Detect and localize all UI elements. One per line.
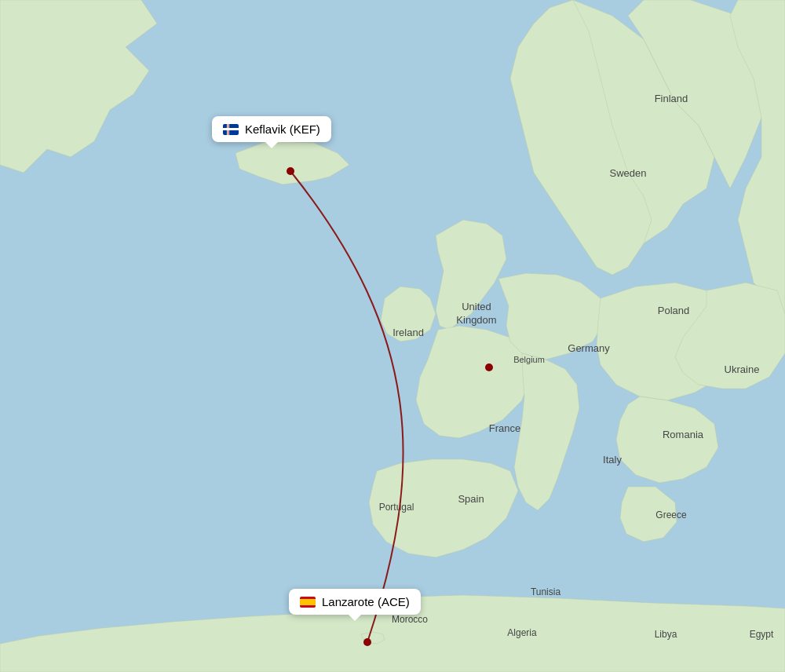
svg-text:Germany: Germany	[568, 342, 610, 354]
svg-text:Sweden: Sweden	[610, 167, 647, 179]
svg-text:Belgium: Belgium	[513, 355, 545, 364]
svg-point-23	[363, 638, 371, 646]
ace-tooltip: Lanzarote (ACE)	[289, 589, 421, 615]
kef-tooltip: Keflavik (KEF)	[212, 116, 331, 142]
svg-text:Ireland: Ireland	[392, 327, 424, 338]
svg-text:Morocco: Morocco	[392, 614, 428, 625]
iceland-flag-icon	[223, 124, 239, 135]
svg-text:Greece: Greece	[655, 509, 687, 520]
svg-text:Egypt: Egypt	[750, 629, 774, 640]
svg-text:Ukraine: Ukraine	[725, 363, 760, 375]
ace-label: Lanzarote (ACE)	[322, 595, 410, 608]
svg-point-21	[485, 363, 493, 371]
svg-text:Italy: Italy	[603, 454, 622, 466]
map-container: Finland Sweden United Kingdom Ireland Ge…	[0, 0, 785, 672]
kef-label: Keflavik (KEF)	[245, 122, 320, 136]
svg-text:Tunisia: Tunisia	[531, 586, 561, 597]
svg-text:Libya: Libya	[655, 629, 677, 640]
svg-text:France: France	[489, 422, 520, 434]
svg-text:Kingdom: Kingdom	[456, 314, 496, 326]
svg-text:Romania: Romania	[663, 429, 704, 440]
svg-text:Poland: Poland	[658, 305, 689, 316]
svg-text:Spain: Spain	[458, 493, 484, 505]
svg-point-22	[287, 167, 294, 175]
map-svg: Finland Sweden United Kingdom Ireland Ge…	[0, 0, 785, 672]
svg-text:United: United	[462, 301, 491, 312]
svg-text:Algeria: Algeria	[507, 627, 537, 638]
svg-text:Finland: Finland	[655, 93, 688, 104]
svg-text:Portugal: Portugal	[379, 502, 414, 513]
spain-flag-icon	[300, 597, 316, 608]
